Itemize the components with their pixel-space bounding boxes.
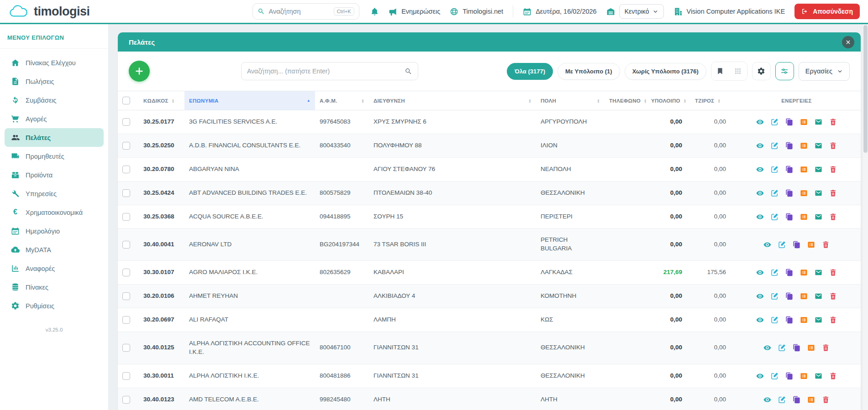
card-icon[interactable]: [800, 118, 808, 126]
copy-icon[interactable]: [785, 166, 793, 173]
logo[interactable]: timologisi: [8, 4, 90, 19]
copy-icon[interactable]: [785, 118, 793, 126]
email-icon[interactable]: [815, 372, 822, 380]
row-checkbox[interactable]: [122, 241, 130, 249]
notifications-bell-icon[interactable]: [370, 7, 379, 16]
sidebar-item-financials[interactable]: € Χρηματοοικονομικά: [0, 203, 108, 222]
copy-icon[interactable]: [785, 213, 793, 221]
updates-link[interactable]: Ενημερώσεις: [389, 7, 440, 16]
view-icon[interactable]: [763, 344, 771, 352]
sidebar-item-settings[interactable]: Ρυθμίσεις: [0, 296, 108, 315]
edit-icon[interactable]: [771, 213, 779, 221]
delete-icon[interactable]: [822, 344, 830, 352]
copy-icon[interactable]: [785, 269, 793, 276]
view-icon[interactable]: [756, 372, 764, 380]
view-icon[interactable]: [756, 166, 764, 173]
view-icon[interactable]: [756, 292, 764, 300]
site-link[interactable]: Timologisi.net: [450, 7, 503, 16]
view-icon[interactable]: [756, 142, 764, 150]
view-icon[interactable]: [763, 241, 771, 249]
delete-icon[interactable]: [829, 118, 837, 126]
filters-button[interactable]: [775, 62, 794, 80]
card-icon[interactable]: [800, 142, 808, 150]
edit-icon[interactable]: [771, 118, 779, 126]
add-customer-button[interactable]: [129, 61, 150, 82]
sidebar-item-purchases[interactable]: Αγορές: [0, 109, 108, 128]
email-icon[interactable]: [815, 292, 822, 300]
branch-select[interactable]: Κεντρικό: [619, 4, 664, 19]
sidebar-item-dashboard[interactable]: Πίνακας Ελέγχου: [0, 53, 108, 72]
card-icon[interactable]: [807, 396, 815, 404]
column-header-name[interactable]: ΕΠΩΝΥΜΙΑ▲: [184, 91, 315, 110]
vertical-scrollbar[interactable]: [862, 24, 868, 410]
column-header-address[interactable]: ΔΙΕΥΘΥΝΣΗ▲▼: [369, 91, 536, 110]
filter-all[interactable]: Όλα (3177): [507, 63, 553, 80]
copy-icon[interactable]: [793, 396, 800, 404]
email-icon[interactable]: [815, 166, 822, 173]
table-search-input[interactable]: [247, 67, 401, 75]
delete-icon[interactable]: [822, 396, 830, 404]
tasks-dropdown-button[interactable]: Εργασίες: [799, 62, 850, 81]
delete-icon[interactable]: [829, 189, 837, 197]
sidebar-item-services[interactable]: Υπηρεσίες: [0, 184, 108, 203]
settings-button[interactable]: [752, 62, 771, 80]
edit-icon[interactable]: [771, 292, 779, 300]
sidebar-item-products[interactable]: Προϊόντα: [0, 166, 108, 184]
card-icon[interactable]: [807, 241, 815, 249]
copy-icon[interactable]: [785, 372, 793, 380]
sidebar-item-calendar[interactable]: Ημερολόγιο: [0, 222, 108, 240]
column-header-turnover[interactable]: ΤΖΙΡΟΣ▲▼: [690, 91, 732, 110]
card-icon[interactable]: [800, 213, 808, 221]
edit-icon[interactable]: [771, 166, 779, 173]
edit-icon[interactable]: [771, 269, 779, 276]
sidebar-item-reports[interactable]: Αναφορές: [0, 259, 108, 278]
global-search[interactable]: Αναζήτηση Ctrl+K: [253, 3, 359, 20]
delete-icon[interactable]: [829, 213, 837, 221]
column-header-code[interactable]: ΚΩΔΙΚΟΣ▲▼: [139, 91, 184, 110]
copy-icon[interactable]: [785, 316, 793, 324]
grid-view-button[interactable]: [729, 62, 747, 80]
row-checkbox[interactable]: [122, 213, 130, 221]
card-icon[interactable]: [800, 189, 808, 197]
row-checkbox[interactable]: [122, 166, 130, 173]
scrollbar-thumb[interactable]: [863, 25, 868, 153]
sidebar-item-suppliers[interactable]: Προμηθευτές: [0, 147, 108, 166]
row-checkbox[interactable]: [122, 344, 130, 352]
card-icon[interactable]: [807, 344, 815, 352]
row-checkbox[interactable]: [122, 372, 130, 380]
delete-icon[interactable]: [829, 292, 837, 300]
card-icon[interactable]: [800, 269, 808, 276]
email-icon[interactable]: [815, 118, 822, 126]
edit-icon[interactable]: [771, 372, 779, 380]
column-header-phone[interactable]: ΤΗΛΕΦΩΝΟ▲▼: [605, 91, 647, 110]
edit-icon[interactable]: [771, 316, 779, 324]
email-icon[interactable]: [815, 316, 822, 324]
edit-icon[interactable]: [778, 396, 786, 404]
sidebar-item-contracts[interactable]: Συμβάσεις: [0, 91, 108, 109]
delete-icon[interactable]: [829, 166, 837, 173]
copy-icon[interactable]: [785, 189, 793, 197]
edit-icon[interactable]: [771, 189, 779, 197]
copy-icon[interactable]: [793, 344, 800, 352]
row-checkbox[interactable]: [122, 142, 130, 150]
email-icon[interactable]: [815, 269, 822, 276]
edit-icon[interactable]: [778, 241, 786, 249]
email-icon[interactable]: [815, 213, 822, 221]
row-checkbox[interactable]: [122, 269, 130, 276]
column-header-balance[interactable]: ΥΠΟΛΟΙΠΟ▲▼: [647, 91, 690, 110]
copy-icon[interactable]: [785, 142, 793, 150]
delete-icon[interactable]: [822, 241, 830, 249]
copy-icon[interactable]: [785, 292, 793, 300]
view-icon[interactable]: [756, 213, 764, 221]
row-checkbox[interactable]: [122, 396, 130, 404]
card-icon[interactable]: [800, 372, 808, 380]
delete-icon[interactable]: [829, 142, 837, 150]
view-icon[interactable]: [763, 396, 771, 404]
view-icon[interactable]: [756, 118, 764, 126]
column-header-city[interactable]: ΠΟΛΗ▲▼: [536, 91, 605, 110]
copy-icon[interactable]: [793, 241, 800, 249]
select-all-checkbox[interactable]: [122, 97, 130, 104]
card-icon[interactable]: [800, 292, 808, 300]
delete-icon[interactable]: [829, 316, 837, 324]
sidebar-item-sales[interactable]: Πωλήσεις: [0, 72, 108, 91]
